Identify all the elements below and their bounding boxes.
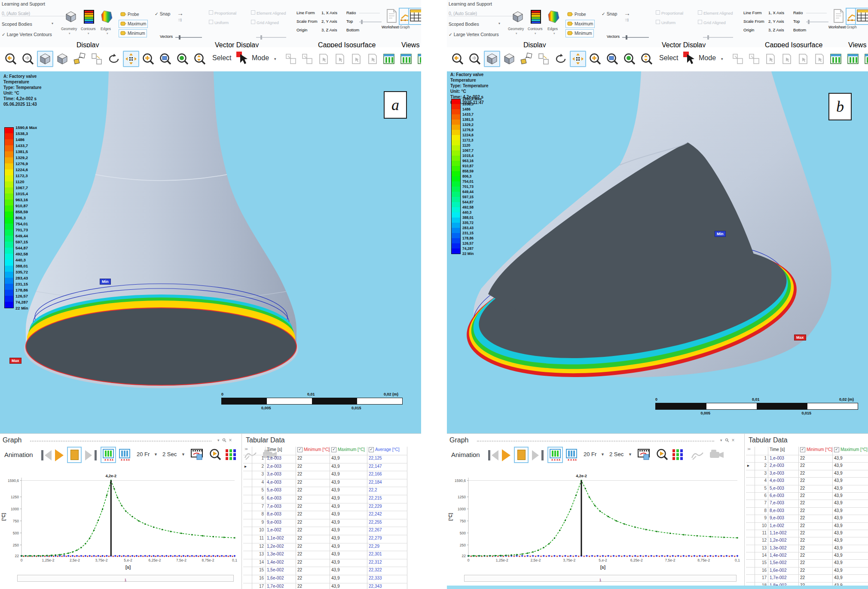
table-row[interactable]: 101,e-0022243,922,267 [746,523,867,530]
tabular-data-view-icon[interactable] [856,9,868,24]
geometry-icon[interactable] [511,10,524,25]
table-row[interactable]: 161,6e-0022243,922,333 [746,568,867,575]
table-row[interactable]: ▸22,e-0032243,922,147 [746,463,867,470]
zoom-fit-icon[interactable] [621,51,638,67]
play-icon[interactable] [55,449,64,461]
auto-scale-dropdown[interactable]: 0, (Auto Scale) [449,11,513,16]
table-row[interactable]: 141,4e-0022243,922,312 [243,559,420,568]
table-row[interactable]: 121,2e-0022243,922,29 [243,543,420,552]
table-row[interactable]: 77,e-0032243,922,229 [746,500,867,507]
select-vertex-icon[interactable] [811,51,828,67]
seconds-dropdown[interactable]: 2 Sec [609,451,623,457]
uniform-option[interactable]: Uniform [209,20,229,25]
minimum-button[interactable]: Minimum [119,29,147,37]
step-forward-icon[interactable] [85,450,92,460]
table-collapse-icon[interactable]: ≫ [243,447,252,455]
time-steps-icon[interactable] [565,448,578,462]
large-vertex-contours-checkbox[interactable]: ✓ Large Vertex Contours [2,32,52,37]
select-face-icon[interactable] [332,51,348,67]
select-body-icon[interactable] [762,51,779,67]
ratio-input[interactable] [806,13,827,13]
zoom-in-icon[interactable] [140,51,156,67]
select-body-icon[interactable] [315,51,332,67]
table-row[interactable]: 44,e-0032243,922,184 [243,479,420,488]
maximum-button[interactable]: Maximum [119,20,148,28]
table-row[interactable]: 171,7e-0022243,922,343 [746,575,867,582]
table-view1-icon[interactable] [381,51,397,67]
table-row[interactable]: 33,e-0032243,922,166 [243,471,420,479]
orbit-icon[interactable] [106,51,122,67]
table-row[interactable]: 66,e-0032243,922,215 [746,493,867,500]
table-row[interactable]: 151,5e-0022243,922,322 [243,567,420,575]
table-row[interactable]: 111,1e-0022243,922,279 [243,535,420,543]
seconds-dropdown[interactable]: 2 Sec [162,451,177,457]
pan-icon[interactable] [570,51,586,67]
table-row[interactable]: 44,e-0032243,922,184 [746,478,867,485]
zoom-updown-icon[interactable] [639,51,655,67]
table-row[interactable]: 99,e-0032243,922,255 [746,515,867,522]
step-back-icon[interactable] [45,450,52,460]
table-view3-icon[interactable] [862,51,868,67]
maximum-button[interactable]: Maximum [565,20,595,28]
table-row[interactable]: 131,3e-0022243,922,301 [243,551,420,559]
snap-checkbox[interactable]: ✓ Snap [602,11,617,16]
table-row[interactable]: 88,e-0032243,922,242 [243,511,420,519]
selection-wire-icon[interactable] [283,51,299,67]
table-view2-icon[interactable] [398,51,414,67]
step-first-icon[interactable] [488,450,490,460]
step-first-icon[interactable] [41,450,43,460]
play-icon[interactable] [502,449,510,461]
step-last-icon[interactable] [541,450,544,460]
table-header-time[interactable]: Time [s] [266,447,296,455]
table-row[interactable]: 55,e-0032243,922,2 [243,487,420,495]
edges-icon[interactable] [547,9,560,26]
grid-aligned-option[interactable]: Grid Aligned [698,20,726,25]
table-row[interactable]: 11,e-0032243,922,125 [746,455,867,463]
orbit-icon[interactable] [553,51,569,67]
table-row[interactable]: 55,e-0032243,922,2 [746,485,867,493]
rotate-cube-icon[interactable] [71,51,88,67]
zoom-updown-icon[interactable] [192,51,208,67]
table-header-maximum[interactable]: ✓Maximum [°C] [833,447,868,455]
table-view3-icon[interactable] [415,51,421,67]
step-forward-icon[interactable] [532,450,539,460]
pane-pin-icon[interactable] [725,436,729,444]
find-result-icon[interactable] [209,448,222,463]
proportional-option[interactable]: Proportional [656,10,683,15]
time-slider-bar[interactable]: 1 [464,575,737,582]
select-vertex-icon[interactable] [364,51,381,67]
table-row[interactable]: 101,e-0022243,922,267 [243,527,420,535]
table-collapse-icon[interactable]: ≫ [746,447,755,455]
pane-menu-icon[interactable]: ▾ [720,438,722,442]
rotate-cube-icon[interactable] [518,51,535,67]
table-row[interactable]: 161,6e-0022243,922,333 [243,575,420,583]
contours-icon[interactable] [530,9,541,26]
frames-dropdown[interactable]: 20 Fr [584,451,596,457]
stop-button[interactable] [68,448,81,462]
scoped-bodies-dropdown[interactable]: Scoped Bodies [2,21,32,27]
table-row[interactable]: 88,e-0032243,922,242 [746,508,867,515]
probe-pose-icon[interactable] [690,448,705,463]
table-header-maximum-checkbox[interactable]: ✓ [331,447,336,452]
table-header-minimum-checkbox[interactable]: ✓ [297,447,303,452]
select-edge-icon[interactable] [795,51,811,67]
top-slider-handle[interactable] [361,20,363,24]
selection-wire2-icon[interactable] [299,51,315,67]
viewports-icon[interactable] [89,51,105,67]
pan-icon[interactable] [123,51,139,67]
menu-learning-support[interactable]: Learning and Support [2,1,45,6]
vectors-slider-handle[interactable] [626,35,627,40]
edges-icon[interactable] [101,9,113,26]
selection-wire-icon[interactable] [730,51,746,67]
table-row[interactable]: 121,2e-0022243,922,29 [746,537,867,545]
snapshot-camera-icon[interactable] [708,448,725,463]
viewport-3d[interactable]: A: Factory valveTemperatureType: Tempera… [447,71,868,433]
table-header-minimum-checkbox[interactable]: ✓ [800,447,805,452]
proportional-option[interactable]: Proportional [209,10,236,15]
viewport-3d[interactable]: A: Factory valveTemperatureType: Tempera… [0,71,421,433]
geometry-icon[interactable] [64,10,77,25]
step-back-icon[interactable] [492,450,498,460]
time-slider-bar[interactable]: 1 [17,575,234,582]
select-cursor-icon[interactable] [235,51,248,65]
table-header-average-checkbox[interactable]: ✓ [369,447,374,452]
